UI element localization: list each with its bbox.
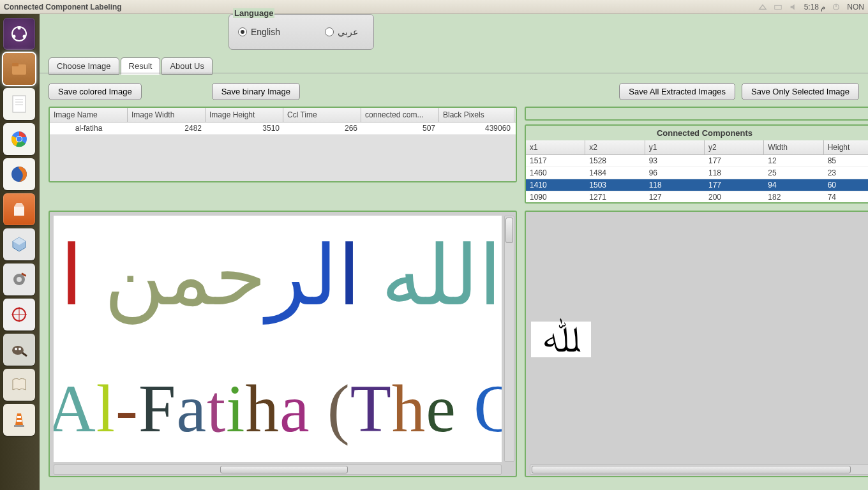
th-width[interactable]: Width [764,140,823,154]
language-legend: Language [233,8,274,18]
target-icon[interactable] [3,299,35,330]
svg-rect-29 [14,425,24,427]
clock[interactable]: م 5:18 [804,3,826,11]
svg-point-25 [15,348,17,350]
power-icon[interactable] [832,3,841,11]
tab-result[interactable]: Result [121,57,161,75]
tab-separator [40,73,868,73]
system-tray: م 5:18 NON [758,3,864,11]
virtualbox-icon[interactable] [3,228,35,260]
arabic-text: الله الرحمن الرحيم [54,235,502,318]
svg-point-4 [18,27,21,30]
th-black-pixels[interactable]: Black Pixels [439,108,514,122]
cc-table-body[interactable]: 1517152893177128514601484961182523141015… [526,155,868,202]
table-row[interactable]: 15171528931771285 [526,155,868,167]
save-colored-button[interactable]: Save colored Image [49,83,142,100]
gimp-icon[interactable] [3,334,35,366]
th-x2[interactable]: x2 [585,140,645,154]
table-row[interactable]: al-fatiha 2482 3510 266 507 439060 [50,122,516,135]
svg-point-6 [23,35,26,38]
image-table-panel: Image Name Image Width Image Height Ccl … [49,107,517,182]
colored-canvas[interactable]: الله الرحمن الرحيم Al-Fatiha (The Ope [54,216,502,462]
volume-icon[interactable] [789,3,798,11]
software-center-icon[interactable] [3,193,35,225]
scrollbar-vertical[interactable] [504,216,514,462]
table-row[interactable]: 141015031181779460 [526,179,868,191]
app-panel: Language English عربي Choose Image Resul… [40,14,868,490]
scrollbar-horizontal[interactable] [530,464,868,475]
firefox-icon[interactable] [3,158,35,190]
table-row[interactable]: 1090127112720018274 [526,191,868,202]
window-title: Connected Component Labeling [4,3,122,11]
image-table-header: Image Name Image Width Image Height Ccl … [50,108,516,122]
cc-panel: Connected Components x1 x2 y1 y2 Width H… [525,107,868,204]
svg-rect-28 [17,420,22,422]
dash-icon[interactable] [3,18,35,50]
language-english[interactable]: English [238,27,280,37]
unity-launcher [0,14,40,490]
image-table-body: al-fatiha 2482 3510 266 507 439060 [50,122,516,181]
component-viewer: ﷲ [525,211,868,477]
document-icon[interactable] [3,88,35,120]
th-x1[interactable]: x1 [526,140,585,154]
latin-text: Al-Fatiha (The Ope [54,375,502,442]
svg-rect-0 [774,5,781,9]
th-ccl-time[interactable]: Ccl Time [283,108,361,122]
save-binary-button[interactable]: Save binary Image [212,83,300,100]
language-arabic[interactable]: عربي [325,27,358,37]
th-y1[interactable]: y1 [645,140,705,154]
cc-title: Connected Components [526,126,868,140]
tab-choose-image[interactable]: Choose Image [49,57,119,75]
th-image-name[interactable]: Image Name [50,108,128,122]
network-icon[interactable] [758,3,767,11]
save-selected-button[interactable]: Save Only Selected Image [742,83,859,100]
table-row[interactable]: 14601484961182523 [526,167,868,179]
save-all-button[interactable]: Save All Extracted Images [619,83,735,100]
svg-point-19 [17,277,22,282]
th-image-height[interactable]: Image Height [206,108,283,122]
settings-icon[interactable] [3,264,35,295]
radio-arabic[interactable] [325,27,334,36]
th-connected-components[interactable]: connected com... [361,108,439,122]
svg-point-5 [13,35,16,38]
cc-table-header: x1 x2 y1 y2 Width Height [526,140,868,155]
cc-table: Connected Components x1 x2 y1 y2 Width H… [525,124,868,204]
th-image-width[interactable]: Image Width [128,108,206,122]
user-label[interactable]: NON [847,3,864,11]
component-glyph: ﷲ [531,322,591,357]
radio-english[interactable] [238,27,247,36]
colored-image-viewer: الله الرحمن الرحيم Al-Fatiha (The Ope [49,211,517,477]
vlc-icon[interactable] [3,404,35,436]
language-fieldset: Language English عربي [228,14,374,50]
svg-point-24 [12,346,24,355]
svg-point-15 [17,137,22,142]
component-canvas[interactable]: ﷲ [530,216,868,462]
files-icon[interactable] [3,53,35,85]
system-menu-bar: Connected Component Labeling م 5:18 NON [0,0,868,14]
image-table: Image Name Image Width Image Height Ccl … [49,107,517,182]
th-height[interactable]: Height [824,140,868,154]
tab-about-us[interactable]: About Us [161,57,212,75]
status-bar [525,107,868,121]
svg-point-26 [19,348,21,350]
tab-bar: Choose Image Result About Us [49,57,213,75]
svg-rect-8 [12,63,19,66]
scrollbar-horizontal[interactable] [54,464,502,475]
dictionary-icon[interactable] [3,369,35,401]
th-y2[interactable]: y2 [705,140,764,154]
svg-rect-27 [17,416,21,418]
svg-rect-17 [14,207,24,216]
button-row: Save colored Image Save binary Image Sav… [49,83,859,100]
svg-rect-9 [13,96,26,112]
chrome-icon[interactable] [3,123,35,155]
keyboard-icon[interactable] [774,3,782,11]
